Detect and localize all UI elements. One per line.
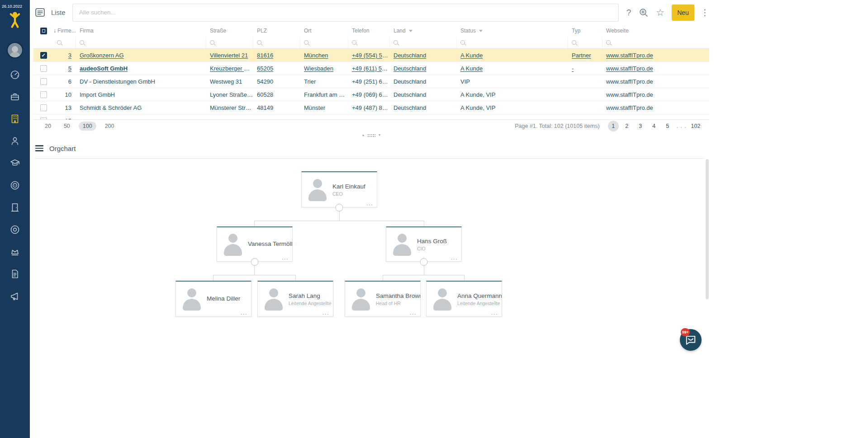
page-button-2[interactable]: 2: [621, 121, 632, 132]
filter-plz[interactable]: [253, 37, 300, 48]
cell-id[interactable]: 6: [53, 78, 76, 85]
node-menu-icon[interactable]: ...: [241, 309, 247, 316]
page-size-200[interactable]: 200: [101, 122, 119, 131]
org-node[interactable]: Melina Diller ...: [175, 281, 251, 317]
column-header-status[interactable]: Status: [457, 28, 568, 34]
dashboard-icon[interactable]: [9, 69, 20, 80]
clients-icon[interactable]: [9, 246, 20, 257]
chat-button[interactable]: 99+: [680, 329, 702, 351]
favorites-icon[interactable]: ☆: [656, 7, 664, 18]
row-checkbox[interactable]: ✓: [40, 52, 47, 59]
cell-telefon-link[interactable]: +49 (069) 649...: [348, 91, 390, 98]
documents-icon[interactable]: [9, 268, 20, 279]
org-node-ceo[interactable]: Karl Einkauf CEO ...: [301, 171, 377, 207]
filter-webseite[interactable]: [602, 37, 709, 48]
table-row[interactable]: 6 DV - Dienstleistungen GmbH Westweg 31 …: [33, 75, 709, 88]
page-button-5[interactable]: 5: [662, 121, 673, 132]
collapse-toggle[interactable]: [251, 258, 259, 266]
collapse-toggle[interactable]: [420, 258, 428, 266]
page-size-20[interactable]: 20: [41, 122, 55, 131]
contacts-icon[interactable]: [9, 136, 20, 146]
cell-id[interactable]: 13: [53, 104, 76, 111]
new-button[interactable]: Neu: [672, 5, 694, 21]
cell-id[interactable]: 3: [53, 52, 76, 59]
column-header-ort[interactable]: Ort: [300, 28, 348, 34]
panel-splitter[interactable]: ▴ ▾: [33, 132, 709, 138]
cell-id[interactable]: 5: [53, 65, 76, 72]
org-node[interactable]: Sarah Lang Leitende Angestellte ...: [257, 281, 333, 317]
page-button-last[interactable]: 102: [690, 121, 701, 132]
cell-telefon-link[interactable]: +49 (554) 580...: [348, 52, 390, 59]
column-header-firma[interactable]: Firma: [76, 28, 206, 34]
page-button-3[interactable]: 3: [635, 121, 646, 132]
cell-id[interactable]: 10: [53, 91, 76, 98]
cell-firma-link[interactable]: Großkonzern AG: [76, 52, 206, 59]
filter-land[interactable]: [390, 37, 457, 48]
table-row[interactable]: 13 Schmidt & Schröder AG Münsterer Straß…: [33, 101, 709, 114]
cell-webseite-link[interactable]: www.staffITpro.de: [602, 78, 709, 85]
app-logo-icon[interactable]: [7, 10, 23, 31]
cell-webseite-link[interactable]: www.staffITpro.de: [602, 91, 709, 98]
filter-firmennr[interactable]: [53, 37, 76, 48]
candidates-icon[interactable]: [9, 158, 20, 169]
row-checkbox[interactable]: [40, 118, 47, 120]
cell-id[interactable]: 15: [53, 118, 76, 120]
row-checkbox[interactable]: [40, 65, 47, 72]
column-header-strasse[interactable]: Straße: [206, 28, 253, 34]
node-menu-icon[interactable]: ...: [451, 254, 458, 261]
row-checkbox[interactable]: [40, 91, 47, 98]
zoom-search-icon[interactable]: [638, 7, 649, 18]
cell-telefon-link[interactable]: +49 (611) 580...: [348, 65, 390, 72]
org-node[interactable]: Samantha Brown Head of HR ...: [345, 281, 421, 317]
filter-strasse[interactable]: [206, 37, 253, 48]
node-menu-icon[interactable]: ...: [410, 309, 417, 316]
marketing-icon[interactable]: [9, 291, 20, 301]
node-menu-icon[interactable]: ...: [323, 309, 329, 316]
user-avatar[interactable]: [7, 42, 23, 58]
cell-webseite-link[interactable]: www.staffITpro.de: [602, 52, 709, 59]
filter-status[interactable]: [457, 37, 568, 48]
kebab-menu-icon[interactable]: ⋮: [701, 7, 709, 18]
row-checkbox[interactable]: [40, 104, 47, 111]
cell-firma-link[interactable]: audeoSoft GmbH: [76, 65, 206, 72]
node-menu-icon[interactable]: ...: [366, 200, 373, 207]
page-button-1[interactable]: 1: [608, 121, 619, 132]
cell-firma-link[interactable]: Import GmbH: [76, 91, 206, 98]
cell-webseite-link[interactable]: www.staffITpro.de: [602, 65, 709, 72]
table-row[interactable]: ✓ 3 Großkonzern AG Villenviertel 21 8161…: [33, 49, 709, 62]
rooms-icon[interactable]: [9, 202, 20, 213]
column-header-webseite[interactable]: Webseite: [602, 28, 709, 34]
column-header-telefon[interactable]: Telefon: [348, 28, 390, 34]
column-header-typ[interactable]: Typ: [568, 28, 602, 34]
scrollbar-thumb[interactable]: [706, 159, 709, 299]
list-view-icon[interactable]: [34, 6, 47, 19]
page-size-100[interactable]: 100: [79, 122, 96, 131]
page-button-4[interactable]: 4: [649, 121, 659, 132]
column-header-plz[interactable]: PLZ: [253, 28, 300, 34]
org-node-cio[interactable]: Hans Groß CIO ...: [386, 226, 462, 262]
cell-telefon-link[interactable]: +49 (487) 835...: [348, 104, 390, 111]
cell-webseite-link[interactable]: www.staffITpro.de: [602, 104, 709, 111]
select-all-checkbox[interactable]: [40, 28, 47, 34]
node-menu-icon[interactable]: ...: [282, 254, 289, 261]
page-size-50[interactable]: 50: [60, 122, 74, 131]
orgchart-menu-icon[interactable]: [35, 145, 43, 151]
filter-typ[interactable]: [568, 37, 602, 48]
filter-telefon[interactable]: [348, 37, 390, 48]
help-icon[interactable]: ?: [626, 8, 631, 18]
table-row-partial[interactable]: 15: [33, 114, 709, 119]
briefcase-icon[interactable]: [9, 91, 20, 102]
cell-firma-link[interactable]: DV - Dienstleistungen GmbH: [76, 78, 206, 85]
row-checkbox[interactable]: [40, 78, 47, 85]
org-node[interactable]: Anna Quermann Leitende Angestellte ...: [426, 281, 502, 317]
column-header-firmennr[interactable]: ↓Firme...: [53, 28, 76, 34]
column-header-land[interactable]: Land: [390, 28, 457, 34]
records-icon[interactable]: [9, 224, 20, 235]
node-menu-icon[interactable]: ...: [491, 309, 498, 316]
target-icon[interactable]: [9, 180, 20, 191]
cell-firma-link[interactable]: Schmidt & Schröder AG: [76, 104, 206, 111]
org-node[interactable]: Vanessa Termöll... ...: [217, 226, 293, 262]
cell-telefon-link[interactable]: +49 (251) 658...: [348, 78, 390, 85]
table-row[interactable]: 10 Import GmbH Lyoner Straße 27 60528 Fr…: [33, 88, 709, 101]
filter-ort[interactable]: [300, 37, 348, 48]
